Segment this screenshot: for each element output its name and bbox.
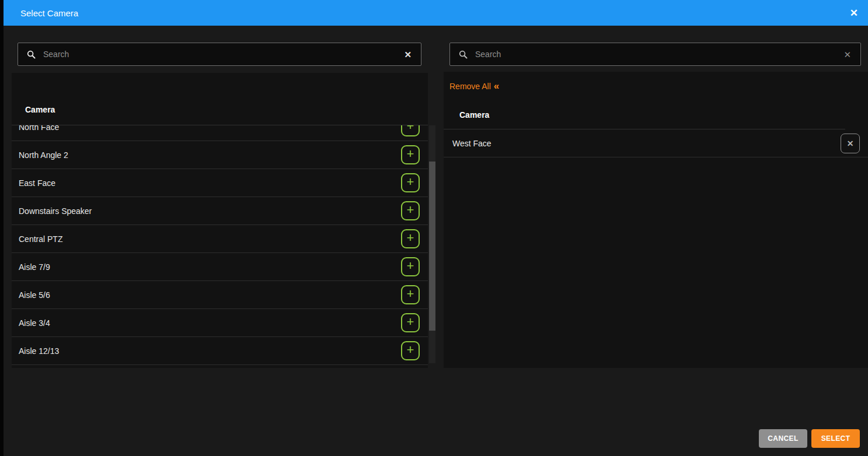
- available-column-header: Camera: [25, 105, 55, 114]
- close-icon[interactable]: ✕: [850, 8, 858, 18]
- remove-all-label: Remove All: [449, 82, 491, 91]
- x-icon: ✕: [847, 139, 854, 148]
- available-search-input[interactable]: [43, 50, 398, 59]
- add-camera-button[interactable]: +: [401, 125, 420, 136]
- plus-icon: +: [407, 204, 414, 216]
- available-camera-row: East Face +: [12, 169, 428, 197]
- add-camera-button[interactable]: +: [401, 173, 420, 192]
- camera-name: Downstairs Speaker: [19, 206, 92, 216]
- available-camera-row: Aisle 7/9 +: [12, 253, 428, 281]
- available-camera-row: North Face +: [12, 125, 428, 141]
- clear-search-icon[interactable]: ✕: [838, 48, 857, 61]
- add-camera-button[interactable]: +: [401, 201, 420, 220]
- scrollbar-thumb[interactable]: [429, 162, 435, 331]
- camera-name: North Face: [19, 125, 59, 132]
- available-table-header: Camera: [12, 73, 428, 125]
- clear-search-icon[interactable]: ✕: [398, 48, 417, 61]
- plus-icon: +: [407, 148, 414, 160]
- selected-camera-row: West Face ✕: [444, 129, 868, 157]
- search-icon: [458, 50, 468, 59]
- dialog-title: Select Camera: [20, 8, 78, 18]
- available-camera-row: Aisle 5/6 +: [12, 281, 428, 309]
- plus-icon: +: [407, 287, 414, 300]
- available-list-viewport: North Face + North Angle 2 + East Face +…: [12, 125, 428, 367]
- plus-icon: +: [407, 125, 414, 132]
- plus-icon: +: [407, 315, 414, 328]
- available-camera-list: North Face + North Angle 2 + East Face +…: [12, 125, 428, 365]
- camera-name: Central PTZ: [19, 234, 62, 244]
- camera-name: Aisle 5/6: [19, 290, 50, 300]
- add-camera-button[interactable]: +: [401, 257, 420, 276]
- add-camera-button[interactable]: +: [401, 145, 420, 164]
- camera-name: North Angle 2: [19, 150, 68, 160]
- add-camera-button[interactable]: +: [401, 285, 420, 304]
- camera-name: Aisle 7/9: [19, 262, 50, 272]
- search-icon: [26, 50, 36, 59]
- plus-icon: +: [407, 176, 414, 188]
- available-search-box: ✕: [18, 43, 421, 66]
- selected-camera-list: West Face ✕: [444, 129, 868, 157]
- available-camera-row: Aisle 3/4 +: [12, 309, 428, 337]
- remove-camera-button[interactable]: ✕: [841, 134, 860, 153]
- selected-search-box: ✕: [449, 43, 861, 66]
- camera-name: Aisle 3/4: [19, 318, 50, 328]
- cancel-button[interactable]: CANCEL: [759, 429, 807, 448]
- plus-icon: +: [407, 259, 414, 272]
- selected-camera-table: Remove All « Camera West Face ✕: [444, 72, 868, 368]
- add-camera-button[interactable]: +: [401, 341, 420, 360]
- available-camera-row: Downstairs Speaker +: [12, 197, 428, 225]
- camera-name: Aisle 12/13: [19, 346, 59, 356]
- double-chevron-left-icon: «: [494, 82, 499, 90]
- plus-icon: +: [407, 231, 414, 244]
- select-button[interactable]: SELECT: [811, 429, 860, 448]
- camera-name: West Face: [452, 139, 491, 148]
- selected-column-header: Camera: [459, 110, 489, 120]
- remove-all-link[interactable]: Remove All «: [449, 82, 499, 91]
- add-camera-button[interactable]: +: [401, 229, 420, 248]
- plus-icon: +: [407, 343, 414, 356]
- select-camera-dialog: Select Camera ✕ ✕ Camera North Face + No…: [0, 0, 868, 456]
- add-camera-button[interactable]: +: [401, 313, 420, 332]
- available-camera-row: North Angle 2 +: [12, 141, 428, 169]
- available-camera-row: Aisle 12/13 +: [12, 337, 428, 365]
- available-camera-row: Central PTZ +: [12, 225, 428, 253]
- camera-name: East Face: [19, 178, 55, 188]
- selected-search-input[interactable]: [475, 50, 838, 59]
- available-camera-table: Camera North Face + North Angle 2 + East…: [12, 73, 428, 368]
- dialog-titlebar: Select Camera ✕: [4, 0, 868, 26]
